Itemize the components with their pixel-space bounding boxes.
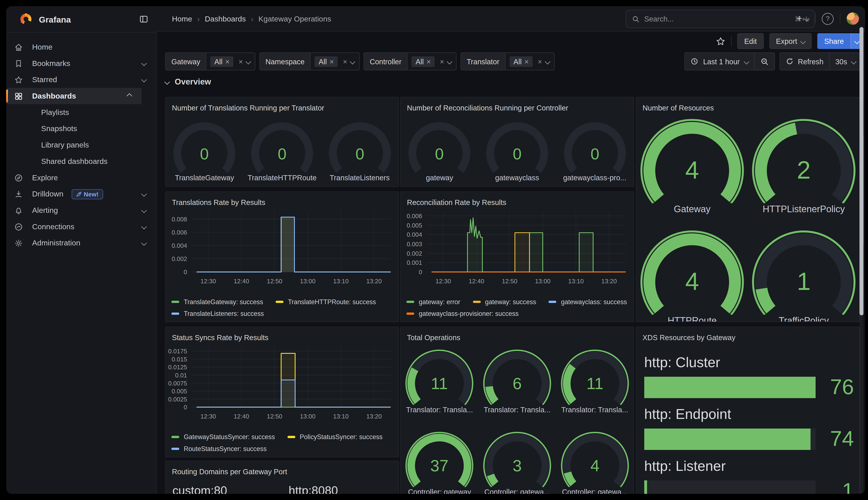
sidebar-item-alerting[interactable]: Alerting: [6, 202, 156, 219]
legend-item[interactable]: gatewayclass-provisioner: success: [406, 310, 519, 317]
search-input[interactable]: Search... ⌘+k: [626, 10, 815, 28]
chevron-down-icon[interactable]: [245, 58, 251, 64]
star-dashboard-button[interactable]: [716, 36, 726, 46]
legend-item[interactable]: GatewayStatusSyncer: success: [171, 433, 275, 440]
bar-gauge-row: http: Listener 1: [644, 458, 854, 494]
sidebar-item-dashboards[interactable]: Dashboards: [6, 88, 142, 104]
panel-xds-resources[interactable]: XDS Resources by Gateway http: Cluster 7…: [636, 327, 860, 494]
remove-value-icon[interactable]: ×: [330, 57, 334, 66]
svg-text:0.0025: 0.0025: [168, 396, 187, 403]
panel-routing-domains[interactable]: Routing Domains per Gateway Port custom:…: [165, 461, 399, 494]
section-overview-toggle[interactable]: Overview: [165, 77, 211, 86]
time-range-picker[interactable]: Last 1 hour: [685, 53, 754, 70]
sidebar-item-bookmarks[interactable]: Bookmarks: [6, 55, 156, 71]
chevron-down-icon[interactable]: [545, 58, 550, 64]
panel-translations-running[interactable]: Number of Translations Running per Trans…: [165, 97, 399, 187]
clear-filter-icon[interactable]: ×: [238, 57, 243, 66]
gauge-arc: 4: [558, 431, 632, 487]
help-button[interactable]: ?: [822, 13, 834, 25]
panel-reconciliation-rate[interactable]: Reconciliation Rate by Results 00.0010.0…: [400, 191, 634, 322]
chevron-down-icon[interactable]: [447, 58, 452, 64]
breadcrumb-separator: ›: [197, 14, 200, 23]
svg-text:0.004: 0.004: [407, 231, 422, 238]
filter-value-tag[interactable]: All×: [412, 56, 435, 67]
svg-text:11: 11: [431, 374, 448, 393]
refresh-button[interactable]: Refresh: [780, 53, 829, 70]
panel-title[interactable]: Number of Reconciliations Running per Co…: [401, 98, 634, 114]
dock-sidebar-icon[interactable]: [139, 15, 148, 24]
gauge-label: Controller: gateway: [408, 488, 471, 494]
filter-value-tag[interactable]: All×: [211, 56, 234, 67]
refresh-interval-picker[interactable]: 30s: [829, 53, 861, 70]
legend-label: TranslateGateway: success: [183, 298, 263, 305]
search-placeholder: Search...: [644, 15, 790, 23]
legend-swatch: [287, 435, 295, 438]
chevron-down-icon[interactable]: [350, 58, 355, 64]
sidebar-item-connections[interactable]: Connections: [6, 218, 156, 235]
breadcrumb-dashboards[interactable]: Dashboards: [205, 14, 246, 23]
bar-gauge-track: [644, 376, 815, 398]
remove-value-icon[interactable]: ×: [225, 57, 230, 66]
sidebar-item-administration[interactable]: Administration: [6, 235, 156, 251]
legend-item[interactable]: TranslateGateway: success: [171, 298, 263, 305]
clear-filter-icon[interactable]: ×: [440, 57, 444, 66]
user-avatar[interactable]: [847, 12, 859, 25]
scrollbar-thumb[interactable]: [859, 27, 864, 315]
svg-text:6: 6: [513, 374, 522, 393]
sidebar-item-explore[interactable]: Explore: [6, 169, 156, 186]
sidebar-item-home[interactable]: Home: [6, 39, 156, 55]
legend-item[interactable]: TranslateListeners: success: [171, 310, 264, 317]
legend-item[interactable]: TranslateHTTPRoute: success: [276, 298, 376, 305]
gauge-arc: 0: [168, 121, 242, 173]
refresh-icon: [786, 57, 793, 65]
panel-number-of-resources[interactable]: Number of Resources 4 Gateway 2 HTTPList…: [636, 97, 860, 322]
svg-text:0: 0: [355, 145, 364, 163]
chevron-down-icon: [744, 58, 749, 64]
sidebar-item-drilldown[interactable]: Drilldown New!: [6, 186, 156, 202]
edit-button[interactable]: Edit: [737, 33, 764, 49]
clear-filter-icon[interactable]: ×: [538, 57, 542, 66]
chevron-down-icon: [141, 77, 147, 82]
brand-title: Grafana: [39, 14, 139, 24]
search-icon: [632, 15, 640, 23]
panel-title[interactable]: Routing Domains per Gateway Port: [166, 461, 399, 478]
svg-text:0: 0: [183, 404, 187, 411]
add-new-button[interactable]: +: [797, 13, 809, 24]
legend-item[interactable]: gateway: success: [472, 298, 536, 305]
timeseries-chart: 00.0020.0040.0060.00812:3012:4012:5013:0…: [166, 206, 399, 322]
gauge-label: Translator: Transla...: [561, 406, 628, 414]
panel-title[interactable]: XDS Resources by Gateway: [636, 327, 860, 344]
legend-swatch: [171, 300, 179, 303]
legend-item[interactable]: RouteStatusSyncer: success: [171, 445, 267, 452]
sidebar-item-label: Administration: [32, 239, 80, 247]
export-button[interactable]: Export: [769, 33, 812, 49]
panel-title[interactable]: Total Operations: [401, 327, 634, 344]
bell-icon: [14, 206, 23, 215]
clear-filter-icon[interactable]: ×: [343, 57, 347, 66]
svg-text:0: 0: [435, 145, 444, 163]
sidebar-item-library-panels[interactable]: Library panels: [6, 137, 156, 153]
panel-reconciliations-running[interactable]: Number of Reconciliations Running per Co…: [400, 97, 634, 187]
share-button[interactable]: Share: [817, 33, 863, 49]
remove-value-icon[interactable]: ×: [426, 57, 431, 66]
remove-value-icon[interactable]: ×: [525, 57, 529, 66]
legend-item[interactable]: gatewayclass: success: [549, 298, 627, 305]
panel-status-syncs-rate[interactable]: Status Syncs Rate by Results 00.00250.00…: [165, 327, 399, 457]
sidebar-item-playlists[interactable]: Playlists: [6, 104, 156, 121]
breadcrumb-home[interactable]: Home: [172, 14, 192, 23]
sidebar-item-snapshots[interactable]: Snapshots: [6, 121, 156, 137]
filter-value-tag[interactable]: All×: [510, 56, 533, 67]
panel-title[interactable]: Number of Resources: [636, 98, 860, 114]
panel-translations-rate[interactable]: Translations Rate by Results 00.0020.004…: [165, 191, 399, 322]
bar-gauge-value: 1: [821, 479, 854, 494]
svg-text:11: 11: [586, 374, 603, 393]
refresh-label: Refresh: [798, 57, 823, 66]
panel-total-operations[interactable]: Total Operations 11 Translator: Transla.…: [400, 327, 634, 494]
zoom-out-button[interactable]: [754, 53, 774, 70]
sidebar-item-starred[interactable]: Starred: [6, 71, 156, 88]
sidebar-item-shared-dashboards[interactable]: Shared dashboards: [6, 153, 156, 170]
legend-item[interactable]: PolicyStatusSyncer: success: [287, 433, 382, 440]
legend-item[interactable]: gateway: error: [406, 298, 460, 305]
panel-title[interactable]: Number of Translations Running per Trans…: [166, 98, 399, 114]
filter-value-tag[interactable]: All×: [315, 56, 338, 67]
